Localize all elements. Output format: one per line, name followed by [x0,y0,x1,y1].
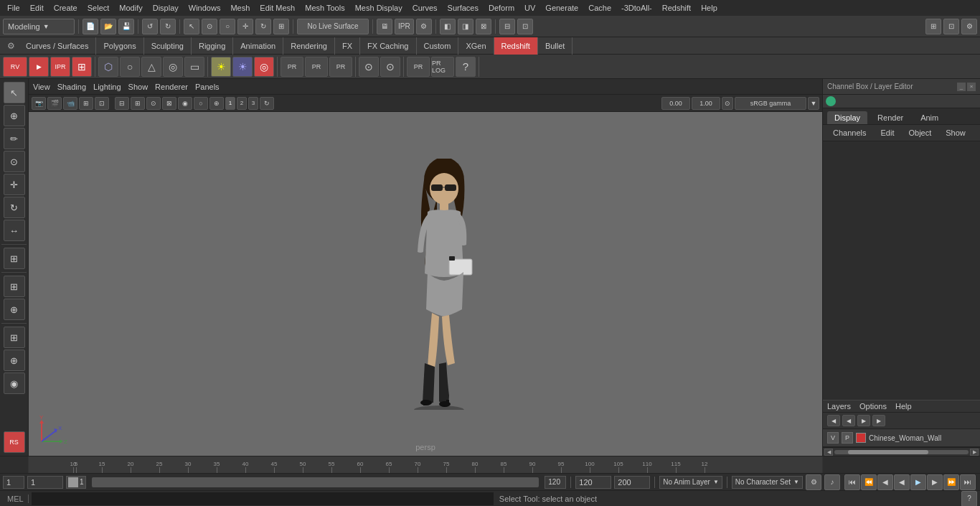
tab-curves-surfaces[interactable]: Curves / Surfaces [19,37,96,55]
save-btn[interactable]: 💾 [118,19,134,34]
layer-arrow-left2-btn[interactable]: ◀ [842,415,855,426]
vp-gamma-dropdown[interactable]: sRGB gamma [735,97,806,110]
no-char-set-dropdown[interactable]: No Character Set ▼ [732,476,803,489]
vp-grid-btn[interactable]: ⊟ [115,97,129,110]
tab-fx[interactable]: FX [335,37,360,55]
panel-close-btn[interactable]: × [967,83,976,91]
next-keyframe-btn[interactable]: ⏩ [943,474,959,490]
extra-btn1[interactable]: ◧ [440,19,456,34]
misc-icon-2[interactable]: ⊙ [380,57,400,77]
vp-res-hi-btn[interactable]: 3 [248,97,258,110]
tabs-settings[interactable]: ⚙ [3,38,19,54]
grid-btn[interactable]: ⊟ [499,19,515,34]
vp-gamma-arrow[interactable]: ▼ [808,97,819,110]
menu-mesh[interactable]: Mesh [226,2,254,14]
vp-wire-btn[interactable]: ⊞ [131,97,145,110]
panel-tab-render[interactable]: Render [870,111,910,124]
tab-rigging[interactable]: Rigging [192,37,233,55]
transform-btn[interactable]: ⊕ [4,105,25,126]
select-btn[interactable]: ↖ [184,19,199,34]
redo-btn[interactable]: ↻ [160,19,176,34]
layer-arrow-left-btn[interactable]: ◀ [827,415,840,426]
play-fwd-btn[interactable]: ▶ [910,474,926,490]
menu-modify[interactable]: Modify [115,2,146,14]
play-back-btn[interactable]: ◀ [894,474,910,490]
menu-cache[interactable]: Cache [584,2,616,14]
pose-btn[interactable]: ◉ [4,373,25,394]
menu-surfaces[interactable]: Surfaces [443,2,483,14]
menu-windows[interactable]: Windows [184,2,225,14]
paint-effects-btn[interactable]: ⊕ [4,299,25,320]
tab-bullet[interactable]: Bullet [538,37,573,55]
playback-controls-btn[interactable]: ⚙ [806,474,821,490]
frame-range-end[interactable]: 200 [614,476,650,489]
workspace-dropdown[interactable]: Modeling ▼ [3,19,75,34]
render-icon-pr1[interactable]: PR [281,57,303,77]
menu-uv[interactable]: UV [520,2,540,14]
scale-btn[interactable]: ⊞ [273,19,289,34]
move-tool-btn[interactable]: ✛ [4,174,25,195]
step-back-btn[interactable]: ◀ [877,474,893,490]
rs-icon-4[interactable]: ⊞ [72,57,92,77]
sculpt-btn[interactable]: ⊞ [4,327,25,348]
help-icon[interactable]: ? [456,57,476,77]
extra-btn2[interactable]: ◨ [458,19,473,34]
tab-custom[interactable]: Custom [417,37,459,55]
menu-select[interactable]: Select [83,2,114,14]
menu-help[interactable]: Help [697,2,722,14]
layer-arrow-right2-btn[interactable]: ▶ [872,415,885,426]
menu-display[interactable]: Display [149,2,183,14]
light-icon-3[interactable]: ◎ [254,57,274,77]
wireframe-btn[interactable]: ⊡ [517,19,533,34]
command-line-input[interactable] [32,492,494,505]
frame-range-start[interactable]: 120 [575,476,611,489]
panel-expand-btn[interactable]: ⊡ [943,19,959,34]
show-manipulator-btn[interactable]: ⊞ [4,248,25,269]
open-btn[interactable]: 📂 [100,19,116,34]
mel-mode-label[interactable]: MEL [3,495,29,503]
new-scene-btn[interactable]: 📄 [83,19,98,34]
menu-deform[interactable]: Deform [484,2,519,14]
step-fwd-btn[interactable]: ▶ [927,474,943,490]
vp-shadow-btn[interactable]: ○ [194,97,208,110]
rotate-tool-btn[interactable]: ↻ [4,197,25,218]
vp-menu-renderer[interactable]: Renderer [155,83,188,91]
layer-color-swatch[interactable] [856,433,866,443]
vp-light-btn[interactable]: ◉ [178,97,192,110]
vp-ortho-btn[interactable]: ⊞ [79,97,93,110]
panel-tab-display[interactable]: Display [827,111,867,124]
tab-fx-caching[interactable]: FX Caching [360,37,416,55]
layer-p-btn[interactable]: P [842,432,853,444]
menu-curves[interactable]: Curves [408,2,442,14]
tab-sculpting[interactable]: Sculpting [144,37,192,55]
vp-shaded-btn[interactable]: ⊙ [146,97,161,110]
vp-anim-btn[interactable]: ↻ [260,97,274,110]
no-live-surface-btn[interactable]: No Live Surface [297,19,369,34]
menu-file[interactable]: File [3,2,24,14]
render-view-btn[interactable]: 🖥 [377,19,392,34]
vp-film-btn[interactable]: 🎬 [47,97,62,110]
sphere-icon[interactable]: ○ [120,57,140,77]
vp-res-low-btn[interactable]: 1 [225,97,235,110]
tab-redshift[interactable]: Redshift [494,37,538,55]
menu-generate[interactable]: Generate [541,2,583,14]
scale-tool-btn[interactable]: ↔ [4,220,25,241]
sub-tab-object[interactable]: Object [903,127,937,139]
node-icon-1[interactable]: PR [407,57,430,77]
vp-menu-shading[interactable]: Shading [57,83,86,91]
vp-cam-btn[interactable]: 📷 [32,97,46,110]
no-anim-layer-dropdown[interactable]: No Anim Layer ▼ [659,476,722,489]
menu-edit[interactable]: Edit [26,2,48,14]
skip-to-start-btn[interactable]: ⏮ [844,474,860,490]
vp-menu-lighting[interactable]: Lighting [93,83,121,91]
light-icon-2[interactable]: ☀ [232,57,253,77]
paint-select-btn[interactable]: ✏ [4,128,25,149]
misc-icon-1[interactable]: ⊙ [359,57,379,77]
light-icon-1[interactable]: ☀ [211,57,231,77]
vp-persp-btn[interactable]: ⊡ [95,97,109,110]
panel-tab-anim[interactable]: Anim [913,111,946,124]
playback-slider[interactable] [92,477,540,487]
scroll-track[interactable] [834,450,969,454]
panel-minimize-btn[interactable]: _ [957,83,966,91]
render-icon-pr2[interactable]: PR [305,57,328,77]
